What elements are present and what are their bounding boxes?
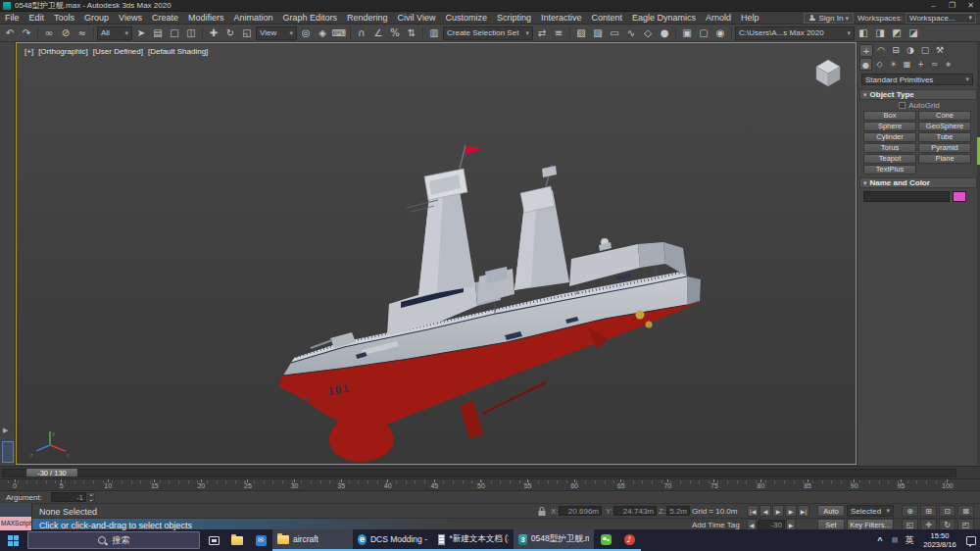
menu-item[interactable]: Edit [24, 13, 50, 23]
wechat-button[interactable] [594, 529, 617, 551]
taskbar-clock[interactable]: 15:50 2023/8/16 [917, 531, 962, 549]
track-bar[interactable]: 0510152025303540455055606570758085909510… [0, 478, 980, 490]
shapes-category-icon[interactable]: ◇ [873, 58, 886, 71]
zoom-extents-icon[interactable]: ⊡ [939, 505, 956, 517]
toolbar-extra-2-icon[interactable]: ◨ [872, 25, 888, 41]
snaps-toggle-icon[interactable]: ∩ [354, 25, 369, 41]
menu-item[interactable]: Animation [228, 13, 277, 23]
object-color-swatch[interactable] [953, 191, 966, 202]
layer-explorer-icon[interactable]: ▨ [590, 25, 606, 41]
maxscript-mini-listener[interactable]: MAXScript Mi [0, 503, 32, 530]
go-to-end-icon[interactable]: ▶| [798, 505, 809, 517]
scene-explorer-icon[interactable]: ▧ [573, 25, 589, 41]
menu-item[interactable]: Tools [49, 13, 79, 23]
render-production-icon[interactable]: ◉ [712, 25, 728, 41]
redo-icon[interactable]: ↷ [19, 25, 34, 41]
primitive-category-dropdown[interactable]: Standard Primitives [861, 74, 973, 85]
percent-snap-icon[interactable]: % [387, 25, 403, 41]
menu-item[interactable]: Views [114, 13, 147, 23]
bind-to-space-warp-icon[interactable]: ≈ [74, 25, 90, 41]
curve-editor-icon[interactable]: ∿ [623, 25, 639, 41]
input-language-indicator[interactable]: 英 [902, 534, 917, 547]
tray-icon[interactable]: ▤ [888, 536, 902, 544]
toolbar-extra-4-icon[interactable]: ◪ [906, 25, 921, 41]
music-app-button[interactable] [617, 529, 641, 551]
angle-snap-icon[interactable]: ∠ [370, 25, 386, 41]
object-name-input[interactable] [863, 191, 950, 202]
menu-item[interactable]: Group [79, 13, 114, 23]
cameras-category-icon[interactable]: ▦ [901, 58, 913, 71]
mail-button[interactable] [249, 529, 272, 551]
taskbar-app-notepad[interactable]: *新建文本文档 (3).t... [433, 529, 514, 551]
motion-tab-icon[interactable]: ◑ [904, 44, 917, 57]
menu-item[interactable]: Civil View [393, 13, 441, 23]
start-button[interactable] [0, 529, 25, 551]
select-and-link-icon[interactable]: ∞ [41, 25, 57, 41]
menu-item[interactable]: Eagle Dynamics [627, 13, 701, 23]
x-coordinate-field[interactable]: 20.696m [559, 506, 602, 516]
render-setup-icon[interactable]: ▣ [679, 25, 695, 41]
z-coordinate-field[interactable]: 5.2m [666, 506, 690, 516]
object-type-box-button[interactable]: Box [863, 111, 916, 121]
object-type-cylinder-button[interactable]: Cylinder [863, 132, 916, 142]
menu-item[interactable]: Arnold [701, 13, 736, 23]
selection-filter-dropdown[interactable]: All [97, 26, 132, 40]
time-slider-handle[interactable]: -30 / 130 [25, 468, 78, 477]
next-frame-icon[interactable]: ▶ [785, 505, 797, 517]
object-type-teapot-button[interactable]: Teapot [863, 154, 916, 164]
taskbar-app-3dsmax[interactable]: 0548型护卫舰.ma... [514, 529, 594, 551]
rectangular-selection-icon[interactable]: □ [167, 25, 182, 41]
select-and-manipulate-icon[interactable]: ◈ [315, 25, 330, 41]
taskbar-app-aircraft[interactable]: aircraft [272, 529, 353, 551]
file-explorer-button[interactable] [225, 529, 249, 551]
spacewarps-category-icon[interactable]: ≈ [928, 58, 941, 71]
viewport[interactable]: [+][Orthographic][User Defined][Default … [16, 42, 857, 465]
menu-item[interactable]: Create [147, 13, 183, 23]
object-type-textplus-button[interactable]: TextPlus [863, 165, 916, 175]
select-and-rotate-icon[interactable]: ↻ [222, 25, 238, 41]
viewport-layout-tab[interactable] [2, 441, 14, 463]
project-path-dropdown[interactable]: C:\Users\A...s Max 2020 [735, 26, 855, 40]
use-pivot-point-icon[interactable]: ◎ [298, 25, 314, 41]
ship-model[interactable]: 101 [17, 43, 857, 465]
argument-field[interactable]: -1 [51, 492, 86, 502]
object-type-plane-button[interactable]: Plane [918, 154, 971, 164]
toolbar-extra-1-icon[interactable]: ◧ [856, 25, 871, 41]
taskbar-search[interactable]: 搜索 [27, 531, 200, 549]
display-tab-icon[interactable]: ▢ [918, 44, 932, 57]
select-object-icon[interactable]: ➤ [133, 25, 149, 41]
select-and-scale-icon[interactable]: ◱ [239, 25, 255, 41]
menu-item[interactable]: Rendering [342, 13, 393, 23]
argument-spinner[interactable] [88, 492, 95, 502]
go-to-start-icon[interactable]: |◀ [747, 505, 759, 517]
create-tab-icon[interactable]: + [859, 44, 873, 57]
menu-item[interactable]: Graph Editors [277, 13, 342, 23]
add-time-tag[interactable]: Add Time Tag [692, 521, 740, 529]
toolbar-extra-3-icon[interactable]: ◩ [889, 25, 905, 41]
object-type-cone-button[interactable]: Cone [918, 111, 971, 121]
menu-item[interactable]: Help [736, 13, 764, 23]
helpers-category-icon[interactable]: + [914, 58, 927, 71]
spinner-snap-icon[interactable]: ⇅ [404, 25, 419, 41]
object-type-tube-button[interactable]: Tube [918, 132, 971, 142]
menu-item[interactable]: Scripting [492, 13, 536, 23]
key-mode-dropdown[interactable]: Selected [847, 505, 894, 517]
viewcube[interactable] [808, 53, 848, 92]
lights-category-icon[interactable]: ☀ [887, 58, 900, 71]
name-color-rollout[interactable]: Name and Color [859, 177, 977, 188]
previous-frame-icon[interactable]: ◀ [760, 505, 771, 517]
minimize-button[interactable]: – [924, 0, 943, 12]
auto-key-button[interactable]: Auto Key [817, 505, 845, 517]
viewport-shading-menu[interactable]: [Default Shading] [148, 47, 208, 56]
named-selection-sets-icon[interactable]: ▥ [426, 25, 442, 41]
menu-item[interactable]: Modifiers [183, 13, 229, 23]
object-type-torus-button[interactable]: Torus [863, 143, 916, 153]
time-slider-track[interactable] [2, 469, 956, 477]
utilities-tab-icon[interactable]: ⚒ [933, 44, 947, 57]
workspace-dropdown[interactable]: Workspace... [906, 13, 976, 24]
unlink-selection-icon[interactable]: ⊘ [58, 25, 74, 41]
ribbon-icon[interactable]: ▭ [607, 25, 622, 41]
schematic-view-icon[interactable]: ◇ [640, 25, 656, 41]
geometry-category-icon[interactable]: ● [859, 58, 872, 71]
autogrid-checkbox[interactable] [899, 102, 906, 109]
